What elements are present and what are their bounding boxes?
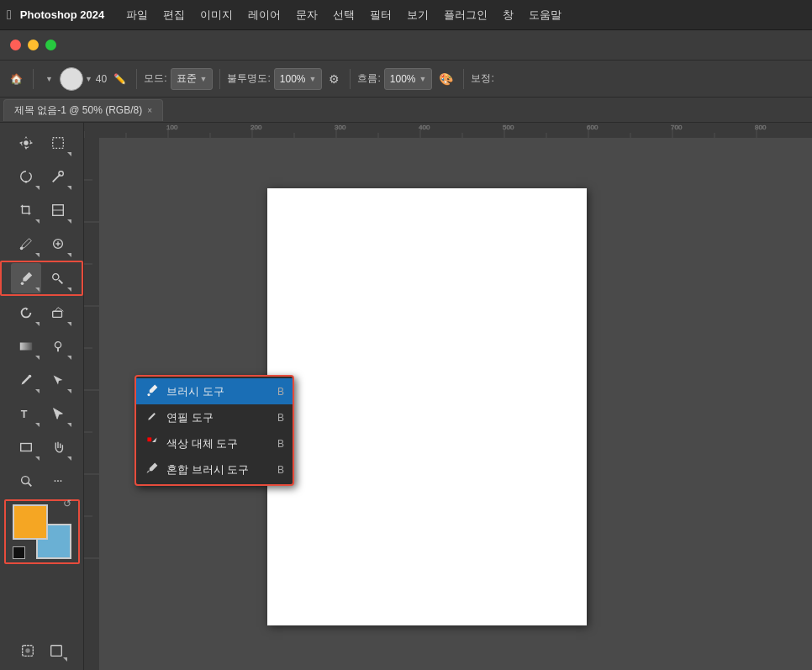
rectangle-shape-tool[interactable] [11, 432, 41, 462]
brush-size-preview[interactable] [60, 67, 83, 91]
ctx-mixer-brush-tool[interactable]: 혼합 브러시 도구 B [136, 456, 293, 483]
brush-tool-icon[interactable]: ▼ [40, 73, 56, 85]
airbrush-button[interactable]: 🎨 [435, 71, 456, 87]
svg-rect-50 [84, 138, 99, 670]
main-area: T ··· [0, 123, 812, 670]
eraser-tool[interactable] [43, 298, 73, 328]
svg-rect-24 [84, 123, 812, 138]
text-tool[interactable]: T [11, 398, 41, 429]
close-button[interactable] [10, 40, 21, 50]
svg-text:700: 700 [671, 124, 683, 131]
crop-tool[interactable] [11, 195, 41, 225]
default-colors-icon[interactable] [13, 546, 25, 559]
menu-help[interactable]: 도움말 [522, 6, 568, 24]
menu-edit[interactable]: 편집 [156, 6, 192, 24]
screen-mode-button[interactable] [44, 638, 69, 663]
svg-rect-12 [52, 311, 61, 317]
eyedropper-tool[interactable] [11, 229, 41, 259]
svg-point-16 [28, 375, 31, 378]
ruler-top: 100 200 300 400 500 600 [84, 123, 812, 138]
svg-rect-23 [50, 646, 61, 657]
maximize-button[interactable] [45, 40, 56, 50]
ctx-color-replace-tool[interactable]: 색상 대체 도구 B [136, 430, 293, 456]
foreground-color[interactable] [13, 504, 48, 540]
tab-close-button[interactable]: × [147, 106, 152, 115]
path-selection-tool[interactable] [43, 365, 73, 395]
magic-wand-tool[interactable] [43, 161, 73, 192]
gradient-tool[interactable] [11, 331, 41, 361]
menu-file[interactable]: 파일 [119, 6, 155, 24]
clone-stamp-tool[interactable] [43, 263, 73, 293]
menu-window[interactable]: 창 [496, 6, 520, 24]
svg-point-3 [58, 171, 62, 176]
svg-rect-13 [19, 343, 31, 351]
minimize-button[interactable] [28, 40, 39, 50]
rectangular-marquee-tool[interactable] [43, 128, 73, 158]
opacity-input[interactable]: 100% ▼ [274, 68, 323, 90]
menu-layer[interactable]: 레이어 [241, 6, 287, 24]
more-tools-button[interactable]: ··· [43, 466, 73, 496]
ctx-mixer-brush-label: 혼합 브러시 도구 [166, 462, 271, 477]
ctx-pencil-tool[interactable]: 연필 도구 B [136, 404, 293, 430]
tool-row-8: T [0, 397, 83, 430]
tool-row-4 [0, 227, 83, 261]
mode-label: 모드: [144, 71, 166, 86]
pencil-icon [145, 409, 160, 425]
ruler-top-svg: 100 200 300 400 500 600 [84, 123, 812, 138]
svg-point-10 [20, 282, 24, 286]
menu-plugins[interactable]: 플러그인 [437, 6, 494, 24]
ctx-mixer-brush-shortcut: B [277, 464, 284, 476]
options-toolbar: 🏠 ▼ ▼ 40 ✏️ 모드: 표준 ▼ 불투명도: 100% ▼ ⚙ 흐름: … [0, 61, 812, 98]
svg-point-19 [21, 477, 29, 484]
tab-bar: 제목 없음-1 @ 50% (RGB/8) × [0, 98, 812, 123]
ruler-left [84, 138, 99, 670]
svg-text:600: 600 [587, 124, 598, 131]
canvas-area: 100 200 300 400 500 600 [84, 123, 812, 670]
mixer-brush-icon [145, 462, 160, 477]
ruler-left-svg [84, 138, 99, 670]
ctx-color-replace-shortcut: B [277, 438, 284, 450]
svg-point-11 [52, 274, 58, 280]
svg-point-1 [24, 181, 27, 183]
menu-view[interactable]: 보기 [400, 6, 435, 24]
tool-row-10: ··· [0, 464, 83, 498]
document-tab[interactable]: 제목 없음-1 @ 50% (RGB/8) × [3, 99, 163, 121]
move-tool[interactable] [11, 128, 41, 158]
healing-brush-tool[interactable] [43, 229, 73, 259]
apple-icon[interactable]:  [7, 8, 12, 23]
svg-text:800: 800 [755, 124, 767, 131]
ctx-brush-tool[interactable]: 브러시 도구 B [136, 378, 293, 404]
flow-input[interactable]: 100% ▼ [384, 68, 433, 90]
direct-selection-tool[interactable] [43, 398, 73, 429]
slice-tool[interactable] [43, 195, 73, 225]
tool-row-3 [0, 193, 83, 227]
menu-image[interactable]: 이미지 [193, 6, 240, 24]
menu-select[interactable]: 선택 [326, 6, 361, 24]
menu-text[interactable]: 문자 [289, 6, 324, 24]
ctx-color-replace-label: 색상 대체 도구 [166, 436, 271, 451]
pen-tool[interactable] [11, 365, 41, 395]
tab-title: 제목 없음-1 @ 50% (RGB/8) [14, 103, 142, 118]
ctx-pencil-shortcut: B [277, 412, 284, 424]
brush-settings-button[interactable]: ✏️ [110, 71, 129, 87]
menu-filter[interactable]: 필터 [363, 6, 398, 24]
hand-tool[interactable] [43, 432, 73, 462]
ctx-brush-label: 브러시 도구 [166, 384, 271, 399]
dodge-tool[interactable] [43, 331, 73, 361]
zoom-tool[interactable] [11, 466, 41, 496]
tool-row-5 [0, 296, 83, 330]
home-button[interactable]: 🏠 [7, 71, 26, 87]
ctx-pencil-label: 연필 도구 [166, 410, 271, 425]
lasso-tool[interactable] [11, 161, 41, 192]
quick-mask-button[interactable] [15, 638, 40, 663]
opacity-airbrush-button[interactable]: ⚙ [325, 71, 343, 87]
swap-colors-icon[interactable]: ↺ [63, 498, 71, 509]
history-brush-tool[interactable] [11, 298, 41, 328]
color-section: ↺ [4, 499, 80, 564]
opacity-label: 불투명도: [227, 71, 270, 86]
brush-tool-btn[interactable] [11, 263, 41, 293]
separator-3 [219, 69, 220, 89]
tool-row-9 [0, 430, 83, 464]
mode-dropdown[interactable]: 표준 ▼ [171, 68, 214, 90]
ctx-brush-shortcut: B [277, 386, 284, 398]
